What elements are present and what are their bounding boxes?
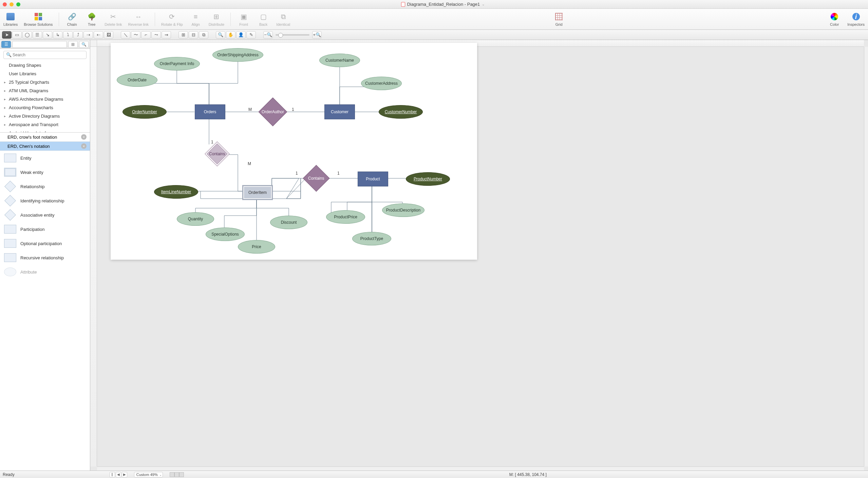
vertical-scrollbar[interactable] — [864, 47, 868, 466]
attribute-quantity[interactable]: Quantity — [177, 212, 214, 226]
shape-item[interactable]: Relationship — [0, 179, 90, 194]
close-library-icon[interactable]: × — [81, 134, 87, 140]
zoom-dropdown[interactable]: Custom 49% — [134, 472, 163, 477]
maximize-window-button[interactable] — [16, 2, 20, 6]
line-tool-4[interactable]: ⤳ — [151, 31, 161, 39]
page-tabs[interactable] — [170, 472, 184, 477]
page-next-button[interactable]: ▶ — [122, 472, 127, 477]
inspectors-button[interactable]: iInspectors — [847, 12, 865, 26]
zoom-slider[interactable] — [276, 34, 309, 36]
connector-tool-1[interactable]: ↘ — [43, 31, 52, 39]
open-library-tab[interactable]: ERD, Chen's notation × — [0, 142, 90, 151]
chain-button[interactable]: 🔗Chain — [65, 12, 79, 26]
category-item[interactable]: ▸25 Typical Orgcharts — [0, 78, 90, 86]
line-tool-1[interactable]: ＼ — [121, 31, 130, 39]
sidebar-view-grid[interactable]: ⊞ — [68, 41, 78, 48]
libraries-button[interactable]: Libraries — [3, 12, 18, 26]
attribute-special-options[interactable]: SpecialOptions — [206, 227, 245, 241]
attribute-product-description[interactable]: ProductDescription — [382, 203, 424, 217]
attribute-product-price[interactable]: ProductPrice — [326, 210, 365, 224]
shape-item[interactable]: Optional participation — [0, 236, 90, 251]
category-item[interactable]: Drawing Shapes — [0, 61, 90, 69]
text-tool[interactable]: ☰ — [33, 31, 42, 39]
shape-item[interactable]: Associative entity — [0, 208, 90, 222]
browse-solutions-button[interactable]: Browse Solutions — [24, 12, 53, 26]
connector-tool-4[interactable]: ⤴ — [73, 31, 83, 39]
connector-tool-3[interactable]: ⤵ — [63, 31, 73, 39]
category-item[interactable]: ▸Accounting Flowcharts — [0, 103, 90, 112]
key-attribute-product-number[interactable]: ProductNumber — [406, 172, 450, 186]
line-tool-5[interactable]: ⇝ — [162, 31, 171, 39]
sidebar-view-tree[interactable]: ☰ — [1, 41, 11, 48]
close-library-icon[interactable]: × — [81, 143, 87, 149]
document-title[interactable]: Diagrama_Entidad_Relacion - Page1 ⌄ — [20, 2, 865, 7]
sidebar-view-search[interactable]: 🔍 — [79, 41, 89, 48]
group-tool-3[interactable]: ⧉ — [199, 31, 208, 39]
entity-orders[interactable]: Orders — [195, 104, 225, 119]
line-tool-2[interactable]: 〜 — [131, 31, 140, 39]
entity-customer[interactable]: Customer — [324, 104, 355, 119]
open-library-tab[interactable]: ERD, crow's foot notation × — [0, 133, 90, 142]
category-item[interactable]: ▸Android User Interface — [0, 129, 90, 132]
browse-solutions-label: Browse Solutions — [24, 22, 53, 26]
rect-tool[interactable]: ▭ — [12, 31, 22, 39]
image-tool[interactable]: 🖼 — [104, 31, 113, 39]
entity-order-item[interactable]: OrderItem — [242, 185, 273, 200]
category-item[interactable]: ▸Aerospace and Transport — [0, 120, 90, 129]
relationship-order-author[interactable]: OrderAuthor — [259, 98, 287, 126]
shape-item[interactable]: Recursive relationship — [0, 251, 90, 265]
shape-item[interactable]: Participation — [0, 222, 90, 236]
attribute-price[interactable]: Price — [238, 240, 275, 254]
shape-item[interactable]: Weak entity — [0, 165, 90, 179]
category-item[interactable]: ▸Active Directory Diagrams — [0, 112, 90, 120]
category-item[interactable]: ▸ATM UML Diagrams — [0, 86, 90, 95]
key-attribute-order-number[interactable]: OrderNumber — [122, 105, 167, 119]
key-attribute-item-line-number[interactable]: ItemLineNumber — [154, 185, 198, 199]
main-toolbar: Libraries Browse Solutions 🔗Chain 🌳Tree … — [0, 9, 868, 30]
close-window-button[interactable] — [3, 2, 7, 6]
zoom-in-tool[interactable]: 🔍 — [216, 31, 225, 39]
shape-item[interactable]: Attribute — [0, 265, 90, 279]
attribute-product-type[interactable]: ProductType — [352, 232, 391, 245]
search-input[interactable] — [3, 51, 87, 59]
key-attribute-customer-number[interactable]: CustomerNumber — [379, 105, 423, 119]
align-label: Align — [191, 22, 200, 26]
relationship-contains-1[interactable]: Contains — [205, 141, 230, 166]
line-tool-3[interactable]: ⌐ — [141, 31, 151, 39]
pan-tool[interactable]: ✋ — [226, 31, 235, 39]
minimize-window-button[interactable] — [10, 2, 14, 6]
horizontal-scrollbar[interactable] — [97, 466, 864, 471]
attribute-customer-name[interactable]: CustomerName — [319, 54, 360, 67]
zoom-out-button[interactable]: −🔍 — [263, 31, 273, 39]
pointer-tool[interactable]: ➤ — [2, 31, 12, 39]
tree-button[interactable]: 🌳Tree — [85, 12, 98, 26]
shape-item[interactable]: Identifying relationship — [0, 194, 90, 208]
sidebar-filter-input[interactable] — [12, 41, 67, 48]
window-controls — [3, 2, 20, 6]
grid-button[interactable]: Grid — [552, 12, 566, 26]
attribute-order-payment[interactable]: OrderPayment Info — [154, 57, 200, 71]
attribute-customer-address[interactable]: CustomerAddress — [361, 77, 402, 90]
zoom-area-tool[interactable]: 👤 — [236, 31, 246, 39]
group-tool-1[interactable]: ⊞ — [178, 31, 188, 39]
attribute-order-shipping[interactable]: OrderShippingAddress — [212, 48, 263, 62]
edit-tool[interactable]: ✎ — [246, 31, 256, 39]
color-button[interactable]: Color — [828, 12, 841, 26]
connector-tool-5[interactable]: ⇢ — [83, 31, 93, 39]
relationship-contains-2[interactable]: Contains — [303, 165, 329, 192]
page-prev-button[interactable]: ◀ — [116, 472, 121, 477]
ellipse-tool[interactable]: ◯ — [22, 31, 32, 39]
page-pause-button[interactable]: ‖ — [110, 472, 115, 477]
connector-tool-2[interactable]: ↳ — [53, 31, 62, 39]
diagram-page[interactable]: OrderDate OrderPayment Info OrderShippin… — [111, 43, 477, 260]
group-tool-2[interactable]: ⊟ — [189, 31, 198, 39]
category-item[interactable]: User Libraries — [0, 69, 90, 78]
connector-tool-6[interactable]: ⇠ — [94, 31, 103, 39]
entity-product[interactable]: Product — [358, 172, 388, 186]
zoom-in-button[interactable]: +🔍 — [312, 31, 322, 39]
attribute-order-date[interactable]: OrderDate — [117, 73, 157, 87]
category-item[interactable]: ▸AWS Architecture Diagrams — [0, 95, 90, 103]
canvas-area[interactable]: OrderDate OrderPayment Info OrderShippin… — [90, 40, 868, 471]
attribute-discount[interactable]: Discount — [270, 216, 307, 229]
shape-item[interactable]: Entity — [0, 151, 90, 165]
